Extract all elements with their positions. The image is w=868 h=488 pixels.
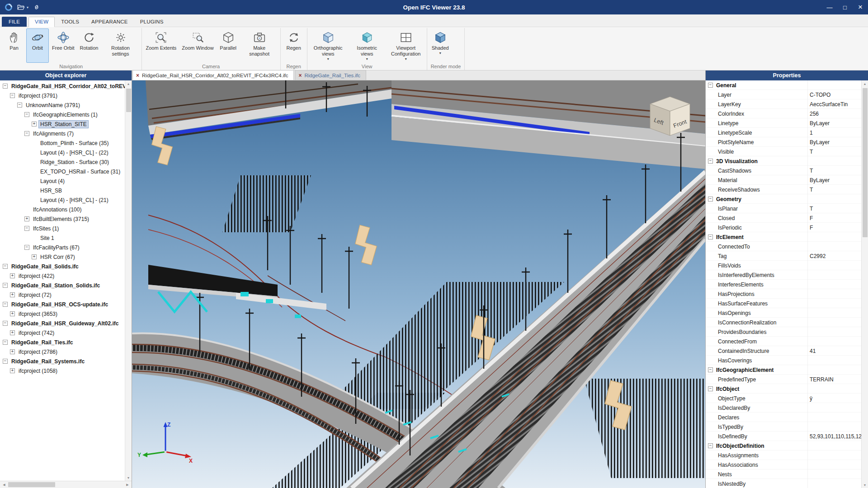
tree-item-hsr-corr-67[interactable]: +HSR Corr (67) [0, 252, 125, 262]
tree-item-unknownname-3791[interactable]: −UnknownName (3791) [0, 100, 125, 110]
ribbon-button-free-orbit[interactable]: Free Orbit [50, 28, 77, 63]
tree-item-ifcproject-72[interactable]: +ifcproject (72) [0, 290, 125, 300]
expand-icon[interactable]: + [10, 292, 15, 297]
collapse-icon[interactable]: − [3, 321, 8, 326]
tree-item-ridgegate-rail-station-solids-ifc[interactable]: −RidgeGate_Rail_Station_Solids.ifc [0, 281, 125, 290]
viewport-tab-ridgegate-rail-hsr-corridor-alt02-torevit-ifc4x3rc4-ifc[interactable]: ×RidgeGate_Rail_HSR_Corridor_Alt02_toREV… [132, 70, 294, 80]
expand-icon[interactable]: + [10, 311, 15, 316]
property-group-general[interactable]: −General [706, 80, 861, 90]
tree-item-ridgegate-rail-systems-ifc[interactable]: −RidgeGate_Rail_Systems.ifc [0, 357, 125, 366]
scroll-left-icon[interactable]: ◀ [1, 482, 7, 488]
viewport-tab-ridgegate-rail-ties-ifc[interactable]: ×RidgeGate_Rail_Ties.ifc [295, 70, 366, 80]
collapse-icon[interactable]: − [3, 264, 8, 269]
property-row-providesboundaries[interactable]: ProvidesBoundaries [706, 327, 861, 337]
property-row-linetypescale[interactable]: LinetypeScale1 [706, 128, 861, 137]
tree-item-ifcproject-1058[interactable]: +ifcproject (1058) [0, 366, 125, 375]
tree-item-ifcgeographicelements-1[interactable]: −IfcGeographicElements (1) [0, 110, 125, 119]
tree-item-ifcbuiltelements-3715[interactable]: +IfcBuiltElements (3715) [0, 214, 125, 224]
property-row-isplanar[interactable]: IsPlanarT [706, 204, 861, 213]
tree-item-ridgegate-rail-hsr-guideway-alt02-ifc[interactable]: −RidgeGate_Rail_HSR_Guideway_Alt02.ifc [0, 319, 125, 328]
scroll-down-icon[interactable]: ▼ [125, 474, 132, 481]
ribbon-button-orthographic-views[interactable]: Orthographic views▾ [309, 28, 347, 63]
property-row-hasassignments[interactable]: HasAssignments [706, 450, 861, 460]
property-row-hasassociations[interactable]: HasAssociations [706, 460, 861, 469]
ribbon-button-rotation-settings[interactable]: Rotation settings [102, 28, 140, 63]
window-minimize-button[interactable]: — [822, 0, 837, 14]
collapse-icon[interactable]: − [708, 367, 713, 372]
property-row-isinterferedbyelements[interactable]: IsInterferedByElements [706, 270, 861, 280]
ribbon-button-isometric-views[interactable]: Isometric views▾ [348, 28, 386, 63]
menu-tab-appearance[interactable]: APPEARANCE [85, 17, 134, 27]
expand-icon[interactable]: + [10, 368, 15, 373]
properties-vertical-scrollbar[interactable]: ▲ ▼ [861, 80, 868, 488]
property-row-visible[interactable]: VisibleT [706, 147, 861, 156]
property-row-isperiodic[interactable]: IsPeriodicF [706, 223, 861, 232]
collapse-icon[interactable]: − [708, 443, 713, 448]
scroll-up-icon[interactable]: ▲ [125, 80, 132, 87]
property-row-interfereselements[interactable]: InterferesElements [706, 280, 861, 289]
tree-item-ridge-station-surface-30[interactable]: Ridge_Station - Surface (30) [0, 157, 125, 167]
collapse-icon[interactable]: − [708, 83, 713, 88]
tree-item-ifcfacilityparts-67[interactable]: −IfcFacilityParts (67) [0, 243, 125, 252]
collapse-icon[interactable]: − [3, 340, 8, 345]
scrollbar-thumb[interactable] [8, 482, 55, 487]
property-row-hasprojections[interactable]: HasProjections [706, 289, 861, 299]
property-group-3d-visualization[interactable]: −3D Visualization [706, 156, 861, 166]
menu-tab-tools[interactable]: TOOLS [55, 17, 85, 27]
tree-item-layout-4-hsr-cl-21[interactable]: Layout (4) - [HSR_CL] - (21) [0, 195, 125, 205]
property-row-istypedby[interactable]: IsTypedBy [706, 422, 861, 432]
menu-tab-plugins[interactable]: PLUGINS [134, 17, 170, 27]
collapse-icon[interactable]: − [708, 159, 713, 164]
close-tab-icon[interactable]: × [136, 72, 139, 79]
tree-item-ifcalignments-7[interactable]: −IfcAlignments (7) [0, 129, 125, 138]
property-row-material[interactable]: MaterialByLayer [706, 175, 861, 185]
property-row-plotstylename[interactable]: PlotStyleNameByLayer [706, 137, 861, 147]
collapse-icon[interactable]: − [3, 283, 8, 288]
window-close-button[interactable]: × [853, 0, 868, 14]
tree-item-layout-4[interactable]: Layout (4) [0, 176, 125, 186]
property-row-connectedto[interactable]: ConnectedTo [706, 242, 861, 251]
scroll-down-icon[interactable]: ▼ [862, 482, 868, 488]
collapse-icon[interactable]: − [17, 103, 22, 108]
tree-item-ifcproject-742[interactable]: +ifcproject (742) [0, 328, 125, 338]
property-row-tag[interactable]: TagC2992 [706, 251, 861, 261]
property-row-closed[interactable]: ClosedF [706, 213, 861, 223]
property-row-layerkey[interactable]: LayerKeyAeccSurfaceTin [706, 99, 861, 109]
collapse-icon[interactable]: − [24, 112, 29, 117]
expand-icon[interactable]: + [10, 349, 15, 354]
tree-item-hsr-sb[interactable]: HSR_SB [0, 186, 125, 195]
tree-item-hsr-station-site[interactable]: +HSR_Station_SITE [0, 119, 125, 129]
ribbon-button-zoom-window[interactable]: Zoom Window [179, 28, 216, 63]
tree-item-ridgegate-rail-solids-ifc[interactable]: −RidgeGate_Rail_Solids.ifc [0, 262, 125, 271]
property-row-predefinedtype[interactable]: PredefinedTypeTERRAIN [706, 375, 861, 384]
window-maximize-button[interactable]: □ [837, 0, 853, 14]
explorer-vertical-scrollbar[interactable]: ▲ ▼ [125, 80, 132, 481]
ribbon-button-rotation[interactable]: Rotation [78, 28, 101, 63]
tree-item-ifcproject-422[interactable]: +ifcproject (422) [0, 271, 125, 281]
property-group-geometry[interactable]: −Geometry [706, 194, 861, 204]
open-file-dropdown-caret-icon[interactable]: ▾ [27, 5, 28, 9]
property-row-receiveshadows[interactable]: ReceiveShadowsT [706, 185, 861, 194]
tree-item-site-1[interactable]: Site 1 [0, 233, 125, 243]
tree-item-ifcproject-3791[interactable]: −ifcproject (3791) [0, 91, 125, 100]
collapse-icon[interactable]: − [708, 386, 713, 391]
tree-item-ifcproject-2786[interactable]: +ifcproject (2786) [0, 347, 125, 357]
link-icon[interactable] [33, 3, 41, 11]
collapse-icon[interactable]: − [24, 131, 29, 136]
property-row-containedinstructure[interactable]: ContainedInStructure41 [706, 346, 861, 356]
property-row-isnestedby[interactable]: IsNestedBy [706, 479, 861, 488]
close-tab-icon[interactable]: × [298, 72, 302, 79]
collapse-icon[interactable]: − [10, 93, 15, 98]
property-row-fillsvoids[interactable]: FillsVoids [706, 261, 861, 270]
ribbon-button-parallel[interactable]: Parallel [217, 28, 240, 63]
scroll-right-icon[interactable]: ▶ [124, 482, 131, 488]
property-row-colorindex[interactable]: ColorIndex256 [706, 109, 861, 118]
expand-icon[interactable]: + [10, 273, 15, 278]
open-file-icon[interactable] [17, 3, 25, 11]
scroll-up-icon[interactable]: ▲ [862, 80, 868, 87]
property-row-nests[interactable]: Nests [706, 469, 861, 479]
property-row-isdefinedby[interactable]: IsDefinedBy52,93,101,110,115,12 [706, 432, 861, 441]
property-group-ifcobject[interactable]: −IfcObject [706, 384, 861, 394]
scrollbar-thumb[interactable] [863, 88, 868, 237]
property-row-isconnectionrealization[interactable]: IsConnectionRealization [706, 318, 861, 327]
